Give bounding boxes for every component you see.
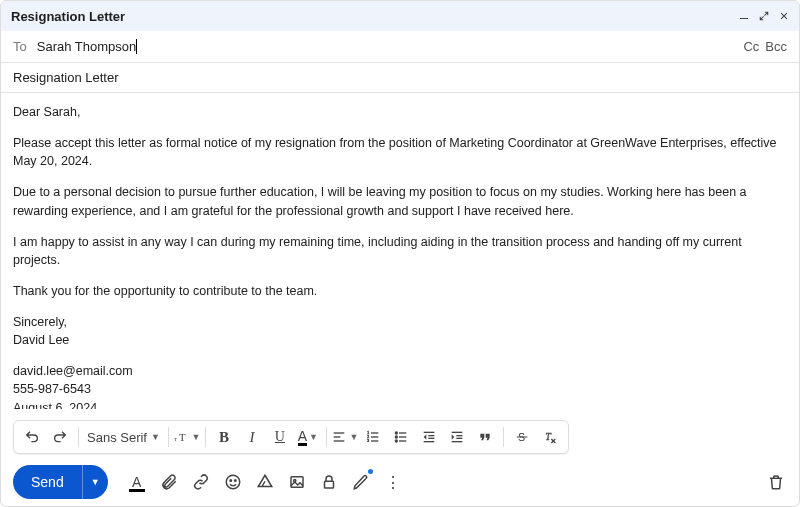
signature-phone: 555-987-6543 <box>13 380 787 398</box>
svg-point-15 <box>395 436 397 438</box>
send-options-button[interactable]: ▼ <box>82 465 108 499</box>
emoji-icon[interactable] <box>218 467 248 497</box>
close-icon[interactable] <box>779 11 789 21</box>
separator <box>78 427 79 447</box>
bottom-icons: A ⋮ <box>122 467 408 497</box>
separator <box>205 427 206 447</box>
svg-point-30 <box>226 475 240 489</box>
svg-point-31 <box>230 480 232 482</box>
paragraph-2: Due to a personal decision to pursue fur… <box>13 183 787 219</box>
svg-rect-33 <box>291 477 303 488</box>
text-color-button[interactable]: A▼ <box>294 423 322 451</box>
numbered-list-button[interactable]: 123 <box>359 423 387 451</box>
svg-text:T: T <box>179 432 186 443</box>
separator <box>168 427 169 447</box>
to-input[interactable]: Sarah Thompson <box>37 39 744 54</box>
formatting-toolbar: Sans Serif▼ тT▼ B I U A▼ ▼ 123 S T <box>13 420 569 454</box>
separator <box>326 427 327 447</box>
strikethrough-button[interactable]: S <box>508 423 536 451</box>
signature-date: August 6, 2024 <box>13 399 787 410</box>
svg-point-32 <box>234 480 236 482</box>
compose-header: Resignation Letter <box>1 1 799 31</box>
underline-button[interactable]: U <box>266 423 294 451</box>
bulleted-list-button[interactable] <box>387 423 415 451</box>
svg-text:3: 3 <box>367 438 370 443</box>
quote-button[interactable] <box>471 423 499 451</box>
svg-point-14 <box>395 432 397 434</box>
svg-text:т: т <box>175 435 178 442</box>
minimize-icon[interactable] <box>739 11 749 21</box>
cc-button[interactable]: Cc <box>743 39 759 54</box>
svg-point-16 <box>395 440 397 442</box>
paragraph-4: Thank you for the opportunity to contrib… <box>13 282 787 300</box>
signature-icon[interactable] <box>346 467 376 497</box>
font-size-button[interactable]: тT▼ <box>173 423 201 451</box>
message-body[interactable]: Dear Sarah, Please accept this letter as… <box>1 93 799 409</box>
confidential-icon[interactable] <box>314 467 344 497</box>
to-label: To <box>13 39 27 54</box>
discard-icon[interactable] <box>767 473 785 494</box>
bottom-bar: Send ▼ A ⋮ <box>1 458 799 506</box>
svg-rect-35 <box>324 481 333 488</box>
font-select[interactable]: Sans Serif▼ <box>83 430 164 445</box>
svg-text:T: T <box>545 431 552 442</box>
drive-icon[interactable] <box>250 467 280 497</box>
signature-name: David Lee <box>13 331 787 349</box>
greeting: Dear Sarah, <box>13 103 787 121</box>
align-button[interactable]: ▼ <box>331 423 359 451</box>
recipient-value: Sarah Thompson <box>37 39 137 54</box>
link-icon[interactable] <box>186 467 216 497</box>
subject-input[interactable]: Resignation Letter <box>1 63 799 93</box>
bold-button[interactable]: B <box>210 423 238 451</box>
image-icon[interactable] <box>282 467 312 497</box>
subject-text: Resignation Letter <box>13 70 119 85</box>
bcc-button[interactable]: Bcc <box>765 39 787 54</box>
compose-title: Resignation Letter <box>11 9 125 24</box>
indent-less-button[interactable] <box>415 423 443 451</box>
closing: Sincerely, <box>13 313 787 331</box>
attach-icon[interactable] <box>154 467 184 497</box>
clear-formatting-button[interactable]: T <box>536 423 564 451</box>
formatting-toggle-button[interactable]: A <box>122 467 152 497</box>
undo-button[interactable] <box>18 423 46 451</box>
signature-email: david.lee@email.com <box>13 362 787 380</box>
fullscreen-icon[interactable] <box>759 11 769 21</box>
separator <box>503 427 504 447</box>
indent-more-button[interactable] <box>443 423 471 451</box>
send-button[interactable]: Send <box>13 465 82 499</box>
redo-button[interactable] <box>46 423 74 451</box>
paragraph-3: I am happy to assist in any way I can du… <box>13 233 787 269</box>
to-row: To Sarah Thompson Cc Bcc <box>1 31 799 63</box>
text-cursor <box>136 39 137 54</box>
paragraph-1: Please accept this letter as formal noti… <box>13 134 787 170</box>
window-controls <box>739 11 789 21</box>
more-options-icon[interactable]: ⋮ <box>378 467 408 497</box>
italic-button[interactable]: I <box>238 423 266 451</box>
cc-bcc-group: Cc Bcc <box>743 39 787 54</box>
send-group: Send ▼ <box>13 465 108 499</box>
